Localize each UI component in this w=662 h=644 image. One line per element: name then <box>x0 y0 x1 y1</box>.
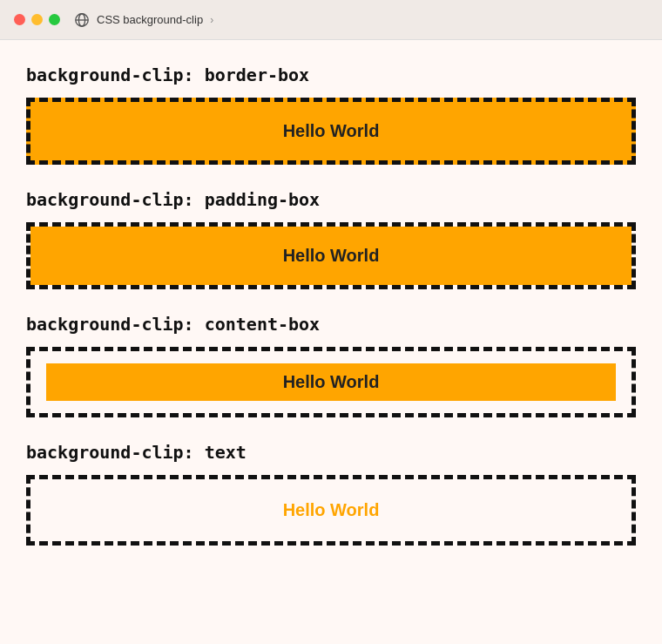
demo-box-padding-box: Hello World <box>26 222 636 289</box>
demo-text-padding-box: Hello World <box>30 227 632 285</box>
demo-box-border-box: Hello World <box>26 98 636 165</box>
section-padding-box: background-clip: padding-box Hello World <box>26 189 636 289</box>
demo-text-content-box: Hello World <box>46 363 616 401</box>
section-content-box: background-clip: content-box Hello World <box>26 314 636 417</box>
demo-text-text: Hello World <box>46 491 616 529</box>
section-title-text: background-clip: text <box>26 442 636 463</box>
main-content: background-clip: border-box Hello World … <box>0 40 662 605</box>
traffic-light-yellow[interactable] <box>31 14 43 25</box>
section-text: background-clip: text Hello World <box>26 442 636 546</box>
globe-icon <box>74 12 90 28</box>
demo-box-text: Hello World <box>26 475 636 546</box>
browser-chrome: CSS background-clip › <box>0 0 662 40</box>
traffic-light-green[interactable] <box>49 14 60 25</box>
section-title-padding-box: background-clip: padding-box <box>26 189 636 210</box>
section-border-box: background-clip: border-box Hello World <box>26 64 636 165</box>
demo-box-content-box: Hello World <box>26 347 636 417</box>
traffic-lights <box>14 14 60 25</box>
tab-bar: CSS background-clip › <box>74 12 213 28</box>
section-title-content-box: background-clip: content-box <box>26 314 636 335</box>
demo-text-border-box: Hello World <box>30 102 632 160</box>
traffic-light-red[interactable] <box>14 14 25 25</box>
section-title-border-box: background-clip: border-box <box>26 64 636 85</box>
tab-title: CSS background-clip <box>97 13 203 26</box>
tab-arrow: › <box>210 14 213 26</box>
